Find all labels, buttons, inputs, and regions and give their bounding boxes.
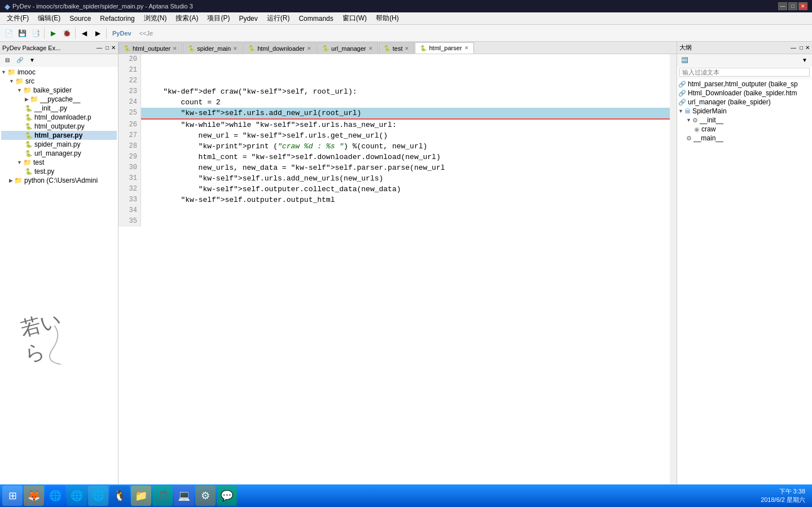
toolbar-save-all[interactable]: 📑 — [29, 27, 42, 39]
menu-item-pydev[interactable]: Pydev — [234, 14, 262, 24]
right-scrollbar[interactable] — [670, 54, 677, 488]
outline-minimize-icon[interactable]: — — [789, 45, 797, 51]
tab-close-icon[interactable]: ✕ — [464, 45, 469, 51]
outline-item-craw[interactable]: ◉craw — [678, 125, 811, 134]
close-button[interactable]: ✕ — [798, 2, 807, 10]
line-content[interactable]: count = 2 — [141, 97, 677, 108]
panel-close-icon[interactable]: ✕ — [111, 45, 116, 51]
editor-tab-html_downloader[interactable]: 🐍html_downloader✕ — [243, 42, 317, 54]
taskbar-monitor[interactable]: 💻 — [174, 486, 194, 506]
outline-item-url-manager--baike-spider-[interactable]: 🔗url_manager (baike_spider) — [678, 98, 811, 107]
editor-tab-url_manager[interactable]: 🐍url_manager✕ — [317, 42, 378, 54]
line-content[interactable]: "kw-def">def craw("kw-self">self, root_u… — [141, 86, 677, 97]
taskbar-files[interactable]: 📁 — [131, 486, 151, 506]
taskbar-music[interactable]: 🎵 — [152, 486, 173, 506]
taskbar-firefox[interactable]: 🦊 — [24, 486, 44, 506]
line-content[interactable] — [141, 54, 677, 65]
outline-maximize-icon[interactable]: □ — [798, 45, 804, 51]
outline-item-label: html_parser,html_outputer (baike_sp — [688, 80, 798, 88]
line-content[interactable]: new_url = "kw-self">self.urls.get_new_ur… — [141, 130, 677, 141]
editor-tab-html_outputer[interactable]: 🐍html_outputer✕ — [118, 42, 182, 54]
tab-close-icon[interactable]: ✕ — [307, 46, 311, 51]
line-content[interactable]: "kw-self">self.outputer.output_html — [141, 195, 677, 205]
link-editor-button[interactable]: 🔗 — [14, 54, 26, 67]
tree-item-url-manager-py[interactable]: 🐍url_manager.py — [1, 149, 117, 158]
code-editor[interactable]: 20 21 22 23 "kw-def">def craw("kw-self">… — [118, 54, 677, 488]
tab-close-icon[interactable]: ✕ — [233, 46, 238, 51]
taskbar-chat[interactable]: 💬 — [217, 486, 237, 506]
line-content[interactable] — [141, 205, 677, 216]
line-content[interactable]: "kw-self">self.outputer.collect_data(new… — [141, 184, 677, 195]
line-content[interactable] — [141, 76, 677, 86]
outline-item-html-downloader--baike-spider-htm[interactable]: 🔗Html_Downloader (baike_spider.htm — [678, 89, 811, 98]
line-content[interactable]: html_cont = "kw-self">self.downloader.do… — [141, 152, 677, 162]
toolbar-forward[interactable]: ▶ — [91, 27, 104, 39]
taskbar-ie[interactable]: 🌐 — [45, 486, 65, 506]
tree-item---init---py[interactable]: 🐍__init__.py — [1, 104, 117, 113]
editor-tab-html_parser[interactable]: 🐍html_parser✕ — [415, 42, 473, 54]
taskbar-settings[interactable]: ⚙ — [195, 486, 216, 506]
toolbar-new[interactable]: 📄 — [2, 27, 15, 39]
outline-close-icon[interactable]: ✕ — [805, 45, 810, 51]
line-number: 27 — [118, 130, 141, 141]
outline-item-spidermain[interactable]: ▼🏛SpiderMain — [678, 107, 811, 116]
taskbar-penguin[interactable]: 🐧 — [109, 486, 130, 506]
taskbar-browser3[interactable]: 🌐 — [88, 486, 108, 506]
outline-item---init--[interactable]: ▼⚙__init__ — [678, 116, 811, 125]
tab-icon: 🐍 — [248, 45, 255, 51]
tree-item-html-outputer-py[interactable]: 🐍html_outputer.py — [1, 122, 117, 131]
tree-item-html-parser-py[interactable]: 🐍html_parser.py — [1, 131, 117, 140]
outline-item---main--[interactable]: ⚙__main__ — [678, 134, 811, 143]
start-button[interactable]: ⊞ — [2, 486, 23, 506]
menu-item-commands[interactable]: Commands — [294, 14, 337, 24]
toolbar-debug[interactable]: 🐞 — [60, 27, 73, 39]
menu-item-source[interactable]: Source — [65, 14, 95, 24]
tree-item-html-downloader-p[interactable]: 🐍html_downloader.p — [1, 113, 117, 122]
line-content[interactable] — [141, 216, 677, 227]
line-content[interactable] — [141, 65, 677, 76]
tree-item-python---c--users-admini[interactable]: ▶📁python (C:\Users\Admini — [1, 176, 117, 185]
toolbar-save[interactable]: 💾 — [16, 27, 28, 39]
outline-sort-btn[interactable]: 🔤 — [678, 54, 691, 67]
menu-item-r[interactable]: 运行(R) — [262, 12, 295, 24]
panel-minimize-icon[interactable]: — — [95, 45, 103, 51]
tree-item-imooc[interactable]: ▼📁imooc — [1, 68, 117, 77]
menu-item-e[interactable]: 编辑(E) — [33, 12, 65, 24]
tree-item-test[interactable]: ▼📁test — [1, 158, 117, 167]
tree-item-src[interactable]: ▼📁src — [1, 77, 117, 86]
tree-item-test-py[interactable]: 🐍test.py — [1, 167, 117, 176]
menu-item-f[interactable]: 文件(F) — [2, 12, 33, 24]
view-menu-button[interactable]: ▼ — [26, 54, 38, 67]
line-content[interactable]: "kw-print">print ("craw %d : %s ") %(cou… — [141, 141, 677, 152]
tree-item---pycache--[interactable]: ▶📁__pycache__ — [1, 95, 117, 104]
editor-tab-test[interactable]: 🐍test✕ — [379, 42, 415, 54]
tree-item-spider-main-py[interactable]: 🐍spider_main.py — [1, 140, 117, 149]
toolbar-back[interactable]: ◀ — [78, 27, 90, 39]
maximize-button[interactable]: □ — [788, 2, 797, 10]
line-content[interactable]: "kw-self">self.urls.add_new_urls(new_url… — [141, 173, 677, 184]
minimize-button[interactable]: — — [778, 2, 787, 10]
panel-maximize-icon[interactable]: □ — [104, 45, 110, 51]
menu-item-a[interactable]: 搜索(A) — [171, 12, 203, 24]
tree-item-baike-spider[interactable]: ▼📁baike_spider — [1, 86, 117, 95]
toolbar-run[interactable]: ▶ — [47, 27, 59, 39]
menu-item-p[interactable]: 项目(P) — [203, 12, 234, 24]
outline-item-html-parser-html-outputer--baike-sp[interactable]: 🔗html_parser,html_outputer (baike_sp — [678, 80, 811, 89]
taskbar-browser2[interactable]: 🌐 — [67, 486, 87, 506]
menu-item-w[interactable]: 窗口(W) — [338, 12, 371, 24]
tab-close-icon[interactable]: ✕ — [405, 46, 409, 51]
menu-item-h[interactable]: 帮助(H) — [371, 12, 403, 24]
outline-filter-input[interactable] — [679, 68, 810, 77]
menu-item-n[interactable]: 浏览(N) — [139, 12, 172, 24]
tab-close-icon[interactable]: ✕ — [368, 46, 373, 51]
line-content[interactable]: "kw-self">self.urls.add_new_url(root_url… — [141, 108, 677, 120]
collapse-all-button[interactable]: ⊟ — [1, 54, 14, 67]
editor-tab-spider_main[interactable]: 🐍spider_main✕ — [183, 42, 243, 54]
line-content[interactable]: "kw-while">while "kw-self">self.urls.has… — [141, 120, 677, 130]
line-content[interactable]: new_urls, new_data = "kw-self">self.pars… — [141, 162, 677, 173]
code-content[interactable]: 20 21 22 23 "kw-def">def craw("kw-self">… — [118, 54, 677, 488]
outline-menu-btn[interactable]: ▼ — [798, 54, 811, 67]
tab-close-icon[interactable]: ✕ — [173, 46, 177, 51]
menu-item-refactoring[interactable]: Refactoring — [95, 14, 139, 24]
line-number: 34 — [118, 205, 141, 216]
